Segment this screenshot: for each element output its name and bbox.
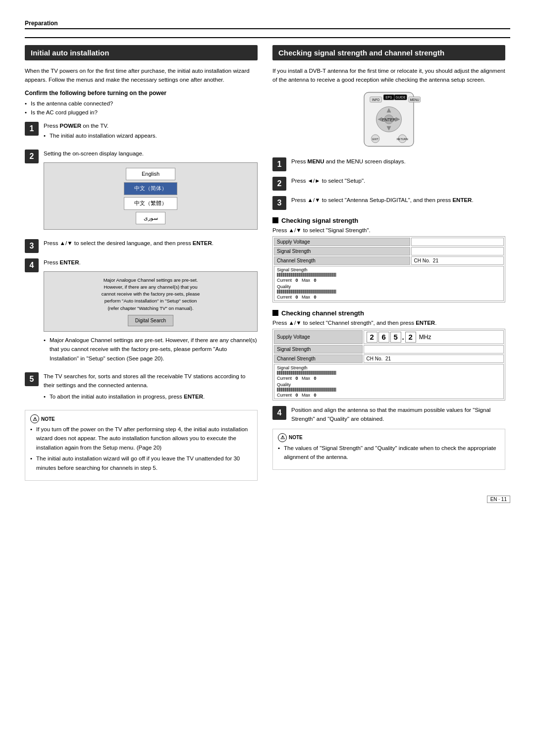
left-note-label: NOTE <box>41 415 55 423</box>
confirm-heading-text: Confirm the following before turning on … <box>25 90 166 97</box>
step-4-content: Press ENTER. Major Analogue Channel sett… <box>44 258 258 367</box>
channel-strength-row: Channel Strength CH No. 21 <box>274 354 504 363</box>
svg-text:INFO: INFO <box>372 98 379 101</box>
step-3-number: 3 <box>25 239 39 253</box>
right-step-2: 2 Press ◄/► to select "Setup". <box>272 176 505 191</box>
left-note-box: ⚠ NOTE If you turn off the power on the … <box>25 410 258 481</box>
svg-text:GUIDE: GUIDE <box>396 96 406 99</box>
svg-text:EPG: EPG <box>385 96 392 99</box>
svg-text:MENU: MENU <box>410 98 419 101</box>
signal-strength-table-1: Supply Voltage Signal Strength Channel S… <box>272 236 505 302</box>
step-5-content: The TV searches for, sorts and stores al… <box>44 372 258 405</box>
note-symbol: ⚠ <box>30 414 39 423</box>
channel-supply-label: Supply Voltage <box>274 330 363 344</box>
channel-signal-meter <box>277 371 336 375</box>
channel-signal-bar-cell: Signal Strength Current 0 Max 0 Quality … <box>274 364 504 399</box>
left-note-bullet-1: If you turn off the power on the TV afte… <box>30 425 252 452</box>
step-4: 4 Press ENTER. Major Analogue Channel se… <box>25 258 258 367</box>
channel-quality-vals: Current 0 Max 0 <box>277 393 501 398</box>
right-section-title: Checking signal strength and channel str… <box>272 45 505 60</box>
channel-strength-label: Channel Strength <box>274 256 410 265</box>
channel-supply-row: Supply Voltage 2 6 5 . 2 MHz <box>274 330 504 344</box>
page-container: Preparation Initial auto installation Wh… <box>25 20 510 503</box>
channel-strength-table: Supply Voltage 2 6 5 . 2 MHz Signal Stre <box>272 329 505 401</box>
preparation-header: Preparation <box>25 20 510 29</box>
checking-signal-desc: Press ▲/▼ to select "Signal Strength". <box>272 227 505 233</box>
channel-supply-value: 2 6 5 . 2 MHz <box>364 330 504 344</box>
right-step-4-number: 4 <box>272 406 286 420</box>
checking-channel-desc: Press ▲/▼ to select "Channel strength", … <box>272 320 505 326</box>
right-intro: If you install a DVB-T antenna for the f… <box>272 66 505 85</box>
confirm-bullets: Is the antenna cable connected? Is the A… <box>25 99 258 117</box>
right-step-3-number: 3 <box>272 196 286 210</box>
channel-signal-value <box>364 345 504 353</box>
right-note-bullets: The values of "Signal Strength" and "Qua… <box>278 444 500 462</box>
left-section-title: Initial auto installation <box>25 45 258 60</box>
step-3-content: Press ▲/▼ to select the desired language… <box>44 239 258 248</box>
two-col-layout: Initial auto installation When the TV po… <box>25 45 510 481</box>
freq-digit-2b: 2 <box>405 332 416 343</box>
lang-english: English <box>126 168 175 181</box>
lang-other: سوری <box>136 212 165 225</box>
right-step-1-number: 1 <box>272 157 286 171</box>
right-note-icon: ⚠ NOTE <box>278 433 500 442</box>
left-note-bullet-2: The initial auto installation wizard wil… <box>30 454 252 472</box>
signal-table-row-supply: Supply Voltage <box>274 238 504 246</box>
channel-strength-label2: Channel Strength <box>274 354 363 363</box>
svg-text:ENTER: ENTER <box>382 117 396 122</box>
digital-search-text: Major Analogue Channel settings are pre-… <box>51 277 250 312</box>
step-2-content: Setting the on-screen display language. … <box>44 149 258 234</box>
right-step-4-content: Position and align the antenna so that t… <box>291 405 505 424</box>
channel-signal-vals: Current 0 Max 0 <box>277 376 501 381</box>
right-step-4: 4 Position and align the antenna so that… <box>272 405 505 424</box>
signal-strength-value <box>411 247 504 255</box>
right-step-2-content: Press ◄/► to select "Setup". <box>291 176 505 185</box>
digital-search-button[interactable]: Digital Search <box>128 315 173 326</box>
step-3: 3 Press ▲/▼ to select the desired langua… <box>25 239 258 253</box>
channel-signal-bar-row: Signal Strength Current 0 Max 0 Quality … <box>274 364 504 399</box>
remote-illustration: INFO EPG GUIDE MENU ENTER <box>272 90 505 149</box>
right-step-2-number: 2 <box>272 177 286 191</box>
step5-subbullet: To abort the initial auto installation i… <box>44 392 258 401</box>
step-2: 2 Setting the on-screen display language… <box>25 149 258 234</box>
left-column: Initial auto installation When the TV po… <box>25 45 258 481</box>
black-square-icon-2 <box>272 310 278 316</box>
freq-digit-5: 5 <box>390 332 401 343</box>
left-note-bullets: If you turn off the power on the TV afte… <box>30 425 252 472</box>
right-note-bullet-1: The values of "Signal Strength" and "Qua… <box>278 444 500 462</box>
confirm-bullet-1: Is the antenna cable connected? <box>25 99 258 108</box>
right-step-1: 1 Press MENU and the MENU screen display… <box>272 157 505 171</box>
step-1-content: Press POWER on the TV. The initial auto … <box>44 121 258 145</box>
svg-text:RETURN: RETURN <box>397 138 408 141</box>
step-1-number: 1 <box>25 122 39 136</box>
section-divider <box>25 37 510 38</box>
channel-strength-value2: CH No. 21 <box>364 354 504 363</box>
channel-strength-value: CH No. 21 <box>411 256 504 265</box>
step-1-subbullet: The initial auto installation wizard app… <box>44 131 258 140</box>
page-footer: EN · 11 <box>25 496 510 503</box>
signal-meter <box>277 273 336 277</box>
channel-quality-meter <box>277 388 336 392</box>
right-step-1-content: Press MENU and the MENU screen displays. <box>291 157 505 166</box>
signal-table-row-signal: Signal Strength <box>274 247 504 255</box>
right-note-box: ⚠ NOTE The values of "Signal Strength" a… <box>272 429 505 470</box>
signal-table-row-signal-bar: Signal Strength Current 0 Max 0 Quality … <box>274 266 504 301</box>
right-step-3-content: Press ▲/▼ to select "Antenna Setup-DIGIT… <box>291 196 505 204</box>
signal-bar-cell: Signal Strength Current 0 Max 0 Quality … <box>274 266 504 301</box>
supply-voltage-value <box>411 238 504 246</box>
language-selection-box: English 中文（简体） 中文（繁體） سوری <box>44 162 258 230</box>
quality-meter <box>277 290 336 294</box>
right-column: Checking signal strength and channel str… <box>272 45 505 481</box>
channel-signal-row: Signal Strength <box>274 345 504 353</box>
checking-signal-title-text: Checking signal strength <box>281 217 358 224</box>
step-5-number: 5 <box>25 372 39 386</box>
preparation-label: Preparation <box>25 20 58 27</box>
black-square-icon <box>272 217 278 223</box>
lang-traditional: 中文（繁體） <box>124 197 177 210</box>
left-intro-text: When the TV powers on for the first time… <box>25 68 250 83</box>
signal-strength-label: Signal Strength <box>274 247 410 255</box>
step4-bullet-1: Major Analogue Channel settings are pre-… <box>44 336 258 363</box>
freq-digit-6: 6 <box>378 332 389 343</box>
digital-search-box: Major Analogue Channel settings are pre-… <box>44 271 258 332</box>
left-note-icon: ⚠ NOTE <box>30 414 252 423</box>
